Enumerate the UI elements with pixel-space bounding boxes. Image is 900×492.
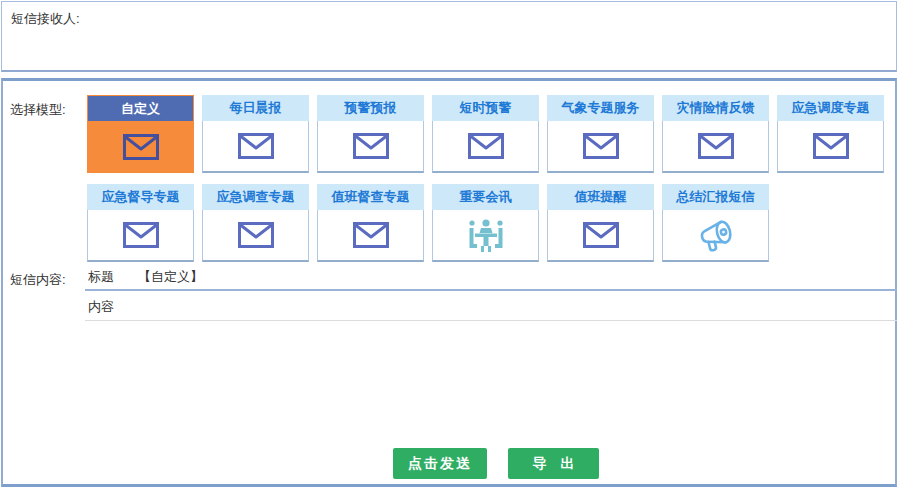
envelope-icon (317, 210, 424, 262)
template-card[interactable]: 值班提醒 (547, 184, 654, 262)
envelope-icon (662, 121, 769, 173)
sms-send-page: 短信接收人: 选择模型: 自定义每日晨报预警预报短时预警气象专题服务灾情险情反馈… (0, 0, 900, 492)
template-card-row-1: 自定义每日晨报预警预报短时预警气象专题服务灾情险情反馈应急调度专题 (87, 95, 884, 173)
envelope-icon (777, 121, 884, 173)
template-card-title: 每日晨报 (202, 95, 309, 121)
sms-title-field[interactable]: 标题 【自定义】 (85, 265, 897, 291)
template-card-title: 总结汇报短信 (662, 184, 769, 210)
template-card[interactable]: 灾情险情反馈 (662, 95, 769, 173)
template-card-title: 短时预警 (432, 95, 539, 121)
title-label: 标题 (88, 268, 114, 286)
megaphone-icon (662, 210, 769, 262)
envelope-icon (202, 210, 309, 262)
template-card-title: 预警预报 (317, 95, 424, 121)
sms-content-label: 短信内容: (10, 271, 66, 289)
template-card[interactable]: 重要会讯 (432, 184, 539, 262)
template-card[interactable]: 应急调度专题 (777, 95, 884, 173)
envelope-icon (87, 210, 194, 262)
recipients-input-area[interactable]: 短信接收人: (1, 1, 897, 72)
template-card-title: 应急督导专题 (87, 184, 194, 210)
envelope-icon (317, 121, 424, 173)
template-card-title: 重要会讯 (432, 184, 539, 210)
recipients-label: 短信接收人: (11, 10, 80, 28)
template-card[interactable]: 每日晨报 (202, 95, 309, 173)
template-card-row-2: 应急督导专题应急调查专题值班督查专题重要会讯值班提醒总结汇报短信 (87, 184, 769, 262)
template-card[interactable]: 自定义 (87, 95, 194, 173)
template-card-title: 应急调度专题 (777, 95, 884, 121)
body-label: 内容 (88, 298, 114, 316)
template-card[interactable]: 总结汇报短信 (662, 184, 769, 262)
template-card[interactable]: 气象专题服务 (547, 95, 654, 173)
title-value: 【自定义】 (138, 268, 203, 286)
template-card-title: 值班督查专题 (317, 184, 424, 210)
envelope-icon (432, 121, 539, 173)
template-card[interactable]: 应急督导专题 (87, 184, 194, 262)
meeting-icon (432, 210, 539, 262)
sms-body-field[interactable]: 内容 (85, 293, 897, 321)
template-card[interactable]: 值班督查专题 (317, 184, 424, 262)
envelope-icon (547, 121, 654, 173)
send-button[interactable]: 点击发送 (393, 448, 487, 479)
template-card-title: 值班提醒 (547, 184, 654, 210)
template-card-title: 气象专题服务 (547, 95, 654, 121)
export-button[interactable]: 导 出 (508, 448, 599, 479)
template-card[interactable]: 短时预警 (432, 95, 539, 173)
template-card-title: 灾情险情反馈 (662, 95, 769, 121)
template-card-title: 应急调查专题 (202, 184, 309, 210)
envelope-icon (202, 121, 309, 173)
template-card[interactable]: 预警预报 (317, 95, 424, 173)
envelope-icon (547, 210, 654, 262)
template-card[interactable]: 应急调查专题 (202, 184, 309, 262)
model-select-label: 选择模型: (10, 101, 66, 119)
envelope-icon (88, 121, 193, 172)
template-card-title: 自定义 (88, 96, 193, 121)
